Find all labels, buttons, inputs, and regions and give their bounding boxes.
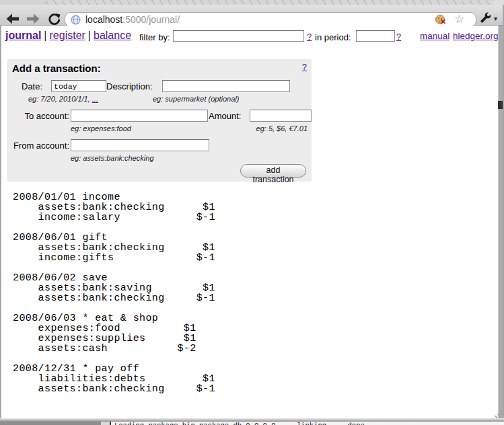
nav-journal-link[interactable]: journal: [5, 30, 41, 41]
globe-icon: [71, 15, 81, 25]
amount-label: Amount:: [209, 111, 241, 121]
tab-strip: [0, 0, 504, 5]
from-account-hint: eg: assets:bank:checking: [71, 154, 154, 162]
journal-text: 2008/01/01 income assets:bank:checking $…: [13, 192, 215, 394]
terminal-text: Loading package bin-package-db-0.0.0.0 .…: [114, 422, 369, 425]
description-label: Description:: [106, 81, 153, 91]
from-account-input[interactable]: [71, 139, 209, 151]
to-account-hint: eg: expenses:food: [71, 124, 131, 132]
to-account-input[interactable]: [71, 110, 208, 122]
view-links: journal|register|balance: [5, 30, 134, 42]
menu-caret-icon: ▾: [494, 15, 497, 22]
filter-input[interactable]: [173, 30, 304, 42]
nav-balance-link[interactable]: balance: [94, 30, 131, 41]
url-text[interactable]: localhost:5000/journal/: [85, 14, 180, 25]
from-account-label: From account:: [12, 141, 69, 151]
cookie-crumbs: [438, 17, 439, 19]
wrench-menu-button[interactable]: ▾: [479, 12, 499, 27]
manual-link[interactable]: manual: [420, 31, 449, 41]
panel-title: Add a transaction:: [12, 63, 101, 74]
add-transaction-panel: Add a transaction: ? Date: Description: …: [7, 59, 312, 182]
description-hint: eg: supermarket (optional): [153, 95, 239, 103]
date-hint-link[interactable]: ...: [92, 95, 98, 103]
hledger-site-link[interactable]: hledger.org: [453, 31, 499, 41]
separator: |: [88, 30, 91, 41]
period-label: in period:: [315, 32, 351, 42]
reload-icon: [47, 13, 61, 26]
terminal-left-edge: [110, 422, 111, 425]
forward-button[interactable]: [26, 13, 42, 25]
date-input[interactable]: [51, 80, 106, 92]
browser-toolbar: localhost:5000/journal/ ✕ ☆ ▾: [0, 5, 504, 26]
back-arrow-icon: [5, 13, 20, 25]
filter-help-link[interactable]: ?: [307, 32, 312, 42]
address-bar[interactable]: localhost:5000/journal/ ✕ ☆: [65, 12, 476, 27]
wrench-icon: [479, 12, 492, 25]
nav-register-link[interactable]: register: [50, 30, 85, 41]
period-input[interactable]: [356, 30, 395, 42]
back-button[interactable]: [5, 13, 22, 25]
bookmark-star-icon[interactable]: ☆: [454, 12, 464, 26]
background-terminal: Loading package bin-package-db-0.0.0.0 .…: [101, 422, 504, 425]
add-transaction-button[interactable]: add transaction: [240, 164, 306, 178]
amount-input[interactable]: [250, 110, 312, 122]
separator: |: [44, 30, 46, 41]
filter-label: filter by:: [139, 32, 170, 42]
description-input[interactable]: [162, 80, 290, 92]
to-account-label: To account:: [20, 111, 69, 121]
navbar: journal|register|balance filter by: ? in…: [1, 27, 504, 48]
panel-help-link[interactable]: ?: [302, 62, 307, 72]
amount-hint: eg: 5, $6, €7.01: [240, 124, 308, 132]
new-tab-area[interactable]: [493, 0, 504, 5]
date-label: Date:: [22, 81, 42, 91]
url-path: :5000/journal/: [122, 14, 180, 25]
hledger-page: journal|register|balance filter by: ? in…: [0, 26, 504, 420]
url-host: localhost: [85, 14, 122, 25]
forward-arrow-icon: [26, 13, 40, 25]
browser-tab[interactable]: [0, 0, 46, 5]
period-help-link[interactable]: ?: [396, 32, 401, 42]
date-hint: eg: 7/20, 2010/1/1, ...: [28, 95, 98, 103]
reload-button[interactable]: [47, 13, 63, 25]
scrollbar-thumb[interactable]: [498, 101, 503, 109]
cookie-blocked-icon[interactable]: ✕: [435, 15, 445, 24]
